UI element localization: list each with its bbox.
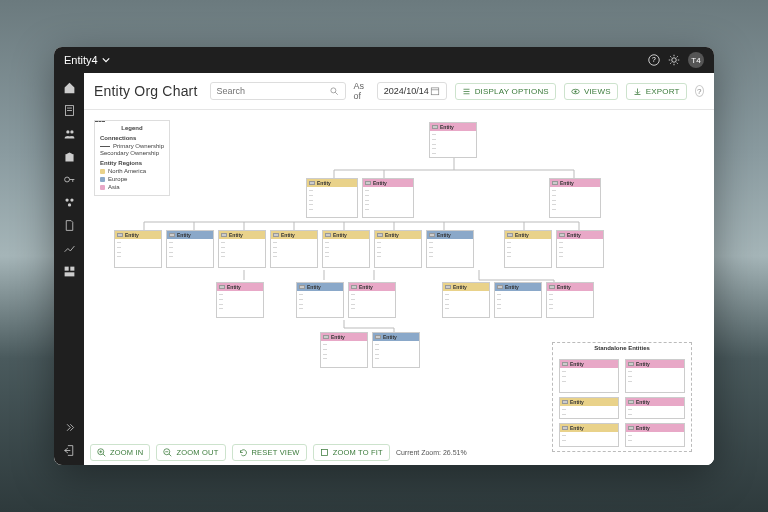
titlebar: Entity4 ? T4 (54, 47, 714, 73)
document-icon[interactable] (63, 219, 76, 232)
chart-node[interactable]: Entity—— (625, 397, 685, 419)
users-icon[interactable] (63, 127, 76, 140)
chart-node[interactable]: Entity——— (625, 359, 685, 393)
svg-rect-17 (431, 88, 439, 95)
svg-line-53 (169, 454, 171, 456)
chart-node[interactable]: Entity———— (426, 230, 474, 268)
key-icon[interactable] (63, 173, 76, 186)
chart-node[interactable]: Entity—— (559, 423, 619, 447)
chart-icon[interactable] (63, 242, 76, 255)
chart-node[interactable]: Entity———— (442, 282, 490, 318)
search-input[interactable] (210, 82, 346, 100)
chart-node[interactable]: Entity———— (218, 230, 266, 268)
svg-point-2 (672, 58, 677, 63)
display-options-button[interactable]: DISPLAY OPTIONS (455, 83, 556, 100)
zoom-in-button[interactable]: ZOOM IN (90, 444, 150, 461)
chart-node[interactable]: Entity———— (556, 230, 604, 268)
svg-point-23 (574, 90, 576, 92)
reset-view-button[interactable]: RESET VIEW (232, 444, 307, 461)
app-title-text: Entity4 (64, 54, 98, 66)
search-field[interactable] (217, 86, 329, 96)
home-icon[interactable] (63, 81, 76, 94)
chart-node[interactable]: Entity————— (429, 122, 477, 158)
svg-point-8 (64, 177, 69, 182)
page-title: Entity Org Chart (94, 83, 198, 99)
chart-node[interactable]: Entity———— (114, 230, 162, 268)
chevron-down-icon (102, 56, 110, 64)
svg-line-16 (335, 92, 338, 95)
chart-node[interactable]: Entity————— (306, 178, 358, 218)
minus-icon (163, 448, 172, 457)
sliders-icon (462, 87, 471, 96)
date-value: 2024/10/14 (384, 86, 430, 96)
chart-node[interactable]: Entity———— (270, 230, 318, 268)
svg-point-11 (67, 203, 70, 206)
views-button[interactable]: VIEWS (564, 83, 618, 100)
svg-line-49 (103, 454, 105, 456)
help-icon[interactable]: ? (648, 54, 660, 66)
building-icon[interactable] (63, 150, 76, 163)
chart-node[interactable]: Entity—— (625, 423, 685, 447)
asof-label: As of (354, 81, 369, 101)
chart-node[interactable]: Entity—— (559, 397, 619, 419)
chart-node[interactable]: Entity———— (216, 282, 264, 318)
svg-point-7 (70, 130, 73, 133)
svg-point-15 (330, 88, 335, 93)
expand-icon[interactable] (63, 421, 76, 434)
chart-node[interactable]: Entity————— (362, 178, 414, 218)
main: Entity Org Chart As of 2024/10/14 DISPLA… (84, 73, 714, 465)
chart-node[interactable]: Entity———— (374, 230, 422, 268)
calendar-icon (430, 86, 440, 96)
plus-icon (97, 448, 106, 457)
chart-node[interactable]: Entity———— (494, 282, 542, 318)
zoom-level: Current Zoom: 26.51% (396, 449, 467, 456)
standalone-title: Standalone Entities (553, 343, 691, 353)
export-button[interactable]: EXPORT (626, 83, 687, 100)
refresh-icon (239, 448, 248, 457)
eye-icon (571, 87, 580, 96)
help-button[interactable]: ? (695, 85, 704, 97)
chart-node[interactable]: Entity———— (504, 230, 552, 268)
file-icon[interactable] (63, 104, 76, 117)
svg-rect-13 (70, 267, 74, 271)
svg-point-6 (66, 130, 69, 133)
toolbar: Entity Org Chart As of 2024/10/14 DISPLA… (84, 73, 714, 110)
sidebar (54, 73, 84, 465)
download-icon (633, 87, 642, 96)
zoom-out-button[interactable]: ZOOM OUT (156, 444, 225, 461)
group-icon[interactable] (63, 196, 76, 209)
dashboard-icon[interactable] (63, 265, 76, 278)
svg-rect-14 (64, 272, 74, 276)
search-icon (329, 86, 339, 96)
app-title[interactable]: Entity4 (64, 54, 110, 66)
chart-node[interactable]: Entity———— (166, 230, 214, 268)
user-avatar[interactable]: T4 (688, 52, 704, 68)
svg-rect-12 (64, 267, 68, 271)
date-input[interactable]: 2024/10/14 (377, 82, 447, 100)
chart-node[interactable]: Entity————— (549, 178, 601, 218)
standalone-group: Standalone Entities Entity——— Entity——— … (552, 342, 692, 452)
zoom-controls: ZOOM IN ZOOM OUT RESET VIEW ZOOM TO FIT … (90, 444, 467, 461)
chart-node[interactable]: Entity———— (322, 230, 370, 268)
chart-node[interactable]: Entity———— (296, 282, 344, 318)
svg-text:?: ? (652, 56, 656, 63)
chart-node[interactable]: Entity———— (546, 282, 594, 318)
chart-node[interactable]: Entity——— (559, 359, 619, 393)
svg-point-9 (65, 198, 68, 201)
svg-rect-55 (321, 450, 327, 456)
svg-point-10 (70, 198, 73, 201)
chart-node[interactable]: Entity———— (320, 332, 368, 368)
gear-icon[interactable] (668, 54, 680, 66)
logout-icon[interactable] (63, 444, 76, 457)
chart-node[interactable]: Entity———— (348, 282, 396, 318)
app-window: Entity4 ? T4 Entity (54, 47, 714, 465)
zoom-to-fit-button[interactable]: ZOOM TO FIT (313, 444, 390, 461)
fit-icon (320, 448, 329, 457)
chart-node[interactable]: Entity———— (372, 332, 420, 368)
legend: Legend Connections Primary Ownership Sec… (94, 120, 170, 196)
chart-canvas[interactable]: Legend Connections Primary Ownership Sec… (84, 110, 714, 465)
